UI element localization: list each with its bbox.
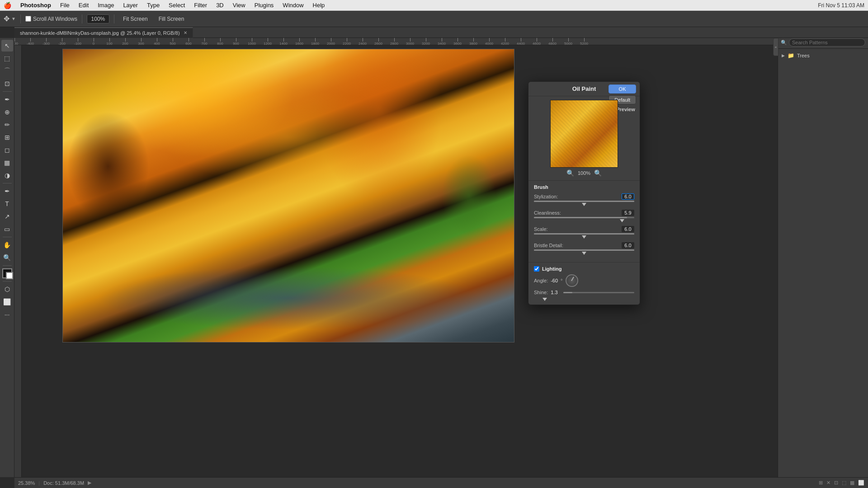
bristle-detail-track bbox=[534, 249, 634, 251]
scale-value[interactable]: 6.0 bbox=[622, 226, 634, 232]
menu-3d[interactable]: 3D bbox=[212, 1, 227, 9]
scroll-all-windows-checkbox[interactable] bbox=[25, 16, 31, 22]
scale-thumb[interactable] bbox=[582, 235, 586, 239]
tab-close-icon[interactable]: ✕ bbox=[184, 30, 187, 35]
bottom-icon-5[interactable]: ▦ bbox=[850, 480, 854, 486]
angle-value[interactable]: -60 bbox=[551, 278, 558, 283]
document-canvas[interactable] bbox=[62, 49, 514, 343]
pen-tool-button[interactable]: ✒ bbox=[1, 185, 13, 197]
eraser-tool-button[interactable]: ◻ bbox=[1, 144, 13, 156]
shine-value[interactable]: 1.3 bbox=[551, 290, 557, 295]
bottom-icon-6[interactable]: ⬜ bbox=[858, 480, 864, 486]
quick-mask-button[interactable]: ⬡ bbox=[1, 283, 13, 295]
menu-plugins[interactable]: Plugins bbox=[251, 1, 278, 9]
patterns-tree-item-trees[interactable]: ▶ 📁 Trees bbox=[778, 51, 868, 61]
image-content bbox=[63, 49, 514, 342]
tree-item-label: Trees bbox=[797, 53, 810, 58]
ok-button[interactable]: OK bbox=[609, 84, 636, 94]
clone-tool-button[interactable]: ⊞ bbox=[1, 131, 13, 143]
left-tool-panel: ↖ ⬚ ⌒ ⊡ ✒ ⊕ ✏ ⊞ ◻ ▦ ◑ ✒ T ↗ ▭ ✋ 🔍 ⬡ ⬜ ··… bbox=[0, 38, 14, 477]
menu-help[interactable]: Help bbox=[309, 1, 329, 9]
shine-thumb[interactable] bbox=[542, 298, 547, 301]
dialog-title-bar: Oil Paint OK Default Preview bbox=[528, 82, 640, 96]
stylization-slider-row: Stylization: 6.0 bbox=[534, 193, 634, 206]
bottom-right-icons: ⊞ ✕ ⊡ ⬚ ▦ ⬜ bbox=[778, 477, 868, 488]
shape-tool-button[interactable]: ▭ bbox=[1, 223, 13, 235]
tool-separator-3 bbox=[3, 237, 12, 237]
bristle-detail-slider-row: Bristle Detail: 6.0 bbox=[534, 242, 634, 255]
cleanliness-label-row: Cleanliness: 5.9 bbox=[534, 210, 634, 216]
zoom-out-icon[interactable]: 🔍 bbox=[566, 169, 574, 177]
menu-file[interactable]: File bbox=[57, 1, 73, 9]
dodge-tool-button[interactable]: ◑ bbox=[1, 169, 13, 181]
canvas-area[interactable] bbox=[22, 45, 778, 477]
screen-mode-button[interactable]: ⬜ bbox=[1, 296, 13, 308]
angle-dial[interactable] bbox=[566, 274, 578, 287]
cleanliness-thumb[interactable] bbox=[620, 219, 624, 222]
shine-label: Shine: bbox=[534, 290, 548, 295]
tool-icon-area: ✥ ▼ bbox=[4, 14, 16, 23]
path-tool-button[interactable]: ↗ bbox=[1, 211, 13, 222]
toolbar-separator-1 bbox=[20, 14, 21, 23]
angle-label: Angle: bbox=[534, 278, 548, 283]
angle-unit: ° bbox=[561, 278, 562, 283]
scale-label: Scale: bbox=[534, 226, 548, 232]
stylization-thumb-row bbox=[534, 203, 634, 206]
tool-separator-2 bbox=[3, 183, 12, 183]
selection-tool-button[interactable]: ⬚ bbox=[1, 52, 13, 64]
lighting-checkbox[interactable] bbox=[534, 266, 539, 272]
tab-bar: shannon-kunkle-dM8INmkyDas-unsplash.jpg … bbox=[14, 27, 868, 38]
menu-image[interactable]: Image bbox=[94, 1, 118, 9]
extra-tools-button[interactable]: ··· bbox=[1, 309, 13, 320]
gradient-tool-button[interactable]: ▦ bbox=[1, 157, 13, 169]
app-name-menu[interactable]: Photoshop bbox=[17, 1, 55, 9]
document-tab[interactable]: shannon-kunkle-dM8INmkyDas-unsplash.jpg … bbox=[14, 27, 193, 38]
zoom-tool-button[interactable]: 🔍 bbox=[1, 252, 13, 263]
menu-view[interactable]: View bbox=[229, 1, 249, 9]
foreground-color-swatch[interactable] bbox=[2, 268, 12, 278]
brush-section: Brush Stylization: 6.0 Cleanliness: 5.9 bbox=[528, 181, 640, 262]
menu-time: Fri Nov 5 11:03 AM bbox=[818, 2, 864, 9]
preview-image bbox=[550, 100, 618, 168]
status-arrow-icon[interactable]: ▶ bbox=[88, 480, 91, 486]
tool-options-arrow[interactable]: ▼ bbox=[11, 16, 16, 21]
menu-type[interactable]: Type bbox=[143, 1, 163, 9]
patterns-search-input[interactable] bbox=[789, 38, 865, 47]
menu-filter[interactable]: Filter bbox=[190, 1, 211, 9]
bottom-icon-3[interactable]: ⊡ bbox=[834, 480, 838, 486]
horizontal-ruler: -500-400-300-200-10001002003004005006007… bbox=[14, 38, 778, 45]
zoom-level-label: 100% bbox=[578, 170, 590, 176]
fit-screen-button[interactable]: Fit Screen bbox=[119, 14, 152, 24]
cleanliness-value[interactable]: 5.9 bbox=[622, 210, 634, 216]
tool-separator-5 bbox=[3, 281, 12, 282]
eyedropper-tool-button[interactable]: ✒ bbox=[1, 94, 13, 105]
stylization-thumb[interactable] bbox=[582, 203, 586, 206]
dialog-title: Oil Paint bbox=[572, 85, 596, 92]
background-color-swatch[interactable] bbox=[6, 272, 13, 279]
apple-logo-icon[interactable]: 🍎 bbox=[4, 2, 11, 9]
move-tool-button[interactable]: ↖ bbox=[1, 40, 13, 52]
bristle-detail-value[interactable]: 6.0 bbox=[622, 242, 634, 249]
bottom-icon-2[interactable]: ✕ bbox=[826, 480, 830, 486]
hand-tool-button[interactable]: ✋ bbox=[1, 239, 13, 251]
bottom-icon-4[interactable]: ⬚ bbox=[842, 480, 846, 486]
lasso-tool-button[interactable]: ⌒ bbox=[1, 65, 13, 77]
crop-tool-button[interactable]: ⊡ bbox=[1, 78, 13, 89]
menu-layer[interactable]: Layer bbox=[119, 1, 142, 9]
toolbar-separator-2 bbox=[82, 14, 82, 23]
bristle-detail-label-row: Bristle Detail: 6.0 bbox=[534, 242, 634, 249]
heal-tool-button[interactable]: ⊕ bbox=[1, 106, 13, 118]
menu-select[interactable]: Select bbox=[165, 1, 189, 9]
current-tool-icon: ✥ bbox=[4, 14, 9, 23]
zoom-in-icon[interactable]: 🔍 bbox=[594, 169, 602, 177]
stylization-value[interactable]: 6.0 bbox=[622, 193, 634, 200]
bristle-detail-thumb[interactable] bbox=[582, 252, 586, 255]
text-tool-button[interactable]: T bbox=[1, 198, 13, 210]
stylization-label: Stylization: bbox=[534, 194, 558, 199]
fill-screen-button[interactable]: Fill Screen bbox=[155, 14, 189, 24]
panel-toggle-button[interactable]: « bbox=[773, 38, 778, 56]
menu-window[interactable]: Window bbox=[279, 1, 307, 9]
brush-tool-button[interactable]: ✏ bbox=[1, 119, 13, 131]
menu-edit[interactable]: Edit bbox=[75, 1, 92, 9]
bottom-icon-1[interactable]: ⊞ bbox=[819, 480, 823, 486]
